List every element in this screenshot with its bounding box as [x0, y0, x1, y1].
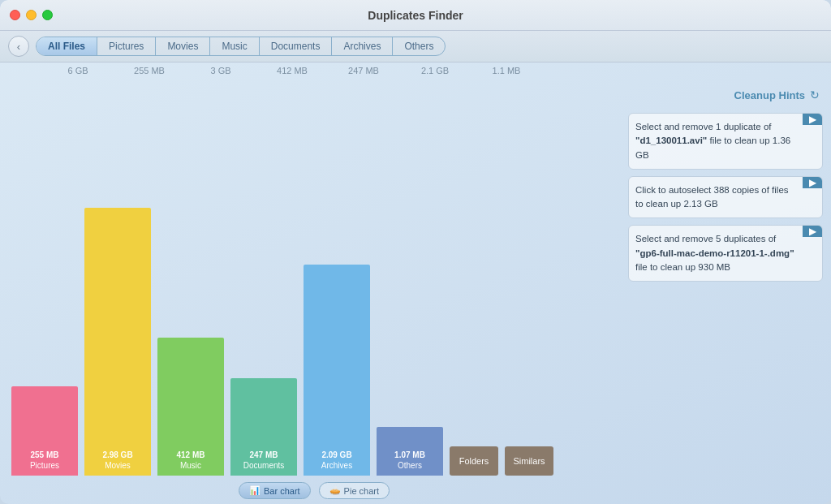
bar-others[interactable]: 1.07 MBOthers: [377, 427, 443, 476]
size-label-archives: 2.1 GB: [399, 66, 471, 75]
hints-panel: Cleanup Hints ↻ Select and remove 1 dupl…: [628, 82, 823, 504]
tab-archives[interactable]: Archives: [332, 37, 393, 55]
folders-button[interactable]: Folders: [450, 446, 498, 476]
hint-text-hint-3: Select and remove 5 duplicates of "gp6-f…: [629, 226, 803, 281]
similars-button[interactable]: Similars: [505, 446, 553, 476]
tab-all-files[interactable]: All Files: [37, 37, 97, 55]
hint-text-hint-1: Select and remove 1 duplicate of "d1_130…: [629, 114, 803, 169]
pie-chart-icon: 🥧: [329, 485, 341, 496]
minimize-button[interactable]: [26, 10, 37, 20]
bar-group-others: 1.07 MBOthers: [373, 427, 446, 476]
back-button[interactable]: ‹: [8, 36, 29, 57]
tab-others[interactable]: Others: [393, 37, 445, 55]
bar-movies[interactable]: 2.98 GBMovies: [84, 208, 151, 476]
bar-group-folders: Folders: [446, 446, 502, 476]
hint-arrow-hint-3[interactable]: ▶: [803, 226, 822, 237]
main-content: 255 MBPictures2.98 GBMovies412 MBMusic24…: [0, 82, 831, 504]
pie-chart-label: Pie chart: [344, 486, 379, 496]
traffic-lights: [10, 10, 53, 20]
hint-text-hint-2: Click to autoselect 388 copies of files …: [629, 177, 803, 218]
hint-card-hint-3: Select and remove 5 duplicates of "gp6-f…: [628, 225, 823, 282]
size-labels-row: 6 GB255 MB3 GB412 MB247 MB2.1 GB1.1 MB: [42, 62, 831, 82]
bar-group-documents: 247 MBDocuments: [227, 378, 300, 476]
hints-list: Select and remove 1 duplicate of "d1_130…: [628, 113, 823, 288]
title-bar: Duplicates Finder: [0, 0, 831, 31]
hint-arrow-hint-1[interactable]: ▶: [803, 114, 822, 125]
tab-music[interactable]: Music: [210, 37, 259, 55]
size-label-movies: 3 GB: [185, 66, 256, 75]
bar-chart: 255 MBPictures2.98 GBMovies412 MBMusic24…: [8, 82, 620, 476]
hint-card-hint-2: Click to autoselect 388 copies of files …: [628, 176, 823, 219]
main-window: Duplicates Finder ‹ All FilesPicturesMov…: [0, 0, 831, 504]
bar-label-movies: 2.98 GBMovies: [84, 448, 151, 472]
tab-movies[interactable]: Movies: [156, 37, 210, 55]
bar-group-pictures: 255 MBPictures: [8, 386, 81, 476]
bar-group-archives: 2.09 GBArchives: [300, 265, 373, 476]
nav-bar: ‹ All FilesPicturesMoviesMusicDocumentsA…: [0, 31, 831, 62]
hints-title: Cleanup Hints: [734, 89, 805, 101]
bar-label-others: 1.07 MBOthers: [377, 448, 443, 472]
size-label-pictures: 255 MB: [114, 66, 185, 75]
bar-label-music: 412 MBMusic: [157, 448, 224, 472]
refresh-icon[interactable]: ↻: [810, 88, 820, 101]
size-label-music: 412 MB: [256, 66, 328, 75]
bar-label-pictures: 255 MBPictures: [11, 448, 78, 472]
hints-header: Cleanup Hints ↻: [628, 82, 823, 108]
tab-pictures[interactable]: Pictures: [97, 37, 156, 55]
bar-music[interactable]: 412 MBMusic: [157, 338, 224, 476]
bar-archives[interactable]: 2.09 GBArchives: [304, 265, 370, 476]
bar-pictures[interactable]: 255 MBPictures: [11, 386, 78, 476]
size-label-documents: 247 MB: [328, 66, 399, 75]
tabs-container: All FilesPicturesMoviesMusicDocumentsArc…: [36, 37, 446, 56]
bar-label-archives: 2.09 GBArchives: [304, 448, 370, 472]
bar-chart-button[interactable]: 📊Bar chart: [239, 482, 311, 499]
window-title: Duplicates Finder: [368, 9, 463, 22]
size-label-all-files: 6 GB: [42, 66, 114, 75]
chart-type-bar: 📊Bar chart🥧Pie chart: [8, 476, 620, 504]
bar-group-similars: Similars: [502, 446, 557, 476]
bar-chart-icon: 📊: [249, 485, 260, 496]
hint-arrow-hint-2[interactable]: ▶: [803, 177, 822, 188]
bar-group-movies: 2.98 GBMovies: [81, 208, 154, 476]
bar-documents[interactable]: 247 MBDocuments: [230, 378, 297, 476]
pie-chart-button[interactable]: 🥧Pie chart: [319, 482, 390, 499]
close-button[interactable]: [10, 10, 20, 20]
tab-documents[interactable]: Documents: [260, 37, 333, 55]
size-label-others: 1.1 MB: [471, 66, 542, 75]
chart-area: 255 MBPictures2.98 GBMovies412 MBMusic24…: [8, 82, 620, 504]
maximize-button[interactable]: [42, 10, 53, 20]
hint-card-hint-1: Select and remove 1 duplicate of "d1_130…: [628, 113, 823, 170]
bar-group-music: 412 MBMusic: [154, 338, 227, 476]
bar-chart-label: Bar chart: [264, 486, 300, 496]
bar-label-documents: 247 MBDocuments: [230, 448, 297, 472]
